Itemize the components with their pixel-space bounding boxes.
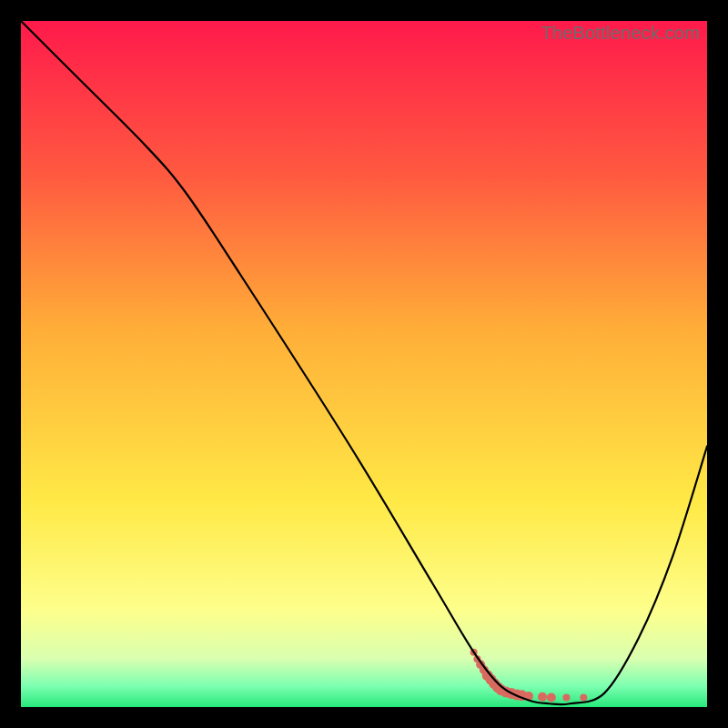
marker-dot: [562, 693, 570, 701]
plot-area: [21, 21, 707, 707]
marker-dot: [547, 693, 556, 702]
marker-dot: [580, 693, 587, 701]
chart-frame: TheBottleneck.com: [21, 21, 707, 707]
marker-dot: [538, 693, 547, 702]
bottleneck-chart: [21, 21, 707, 707]
watermark-text: TheBottleneck.com: [541, 23, 700, 44]
